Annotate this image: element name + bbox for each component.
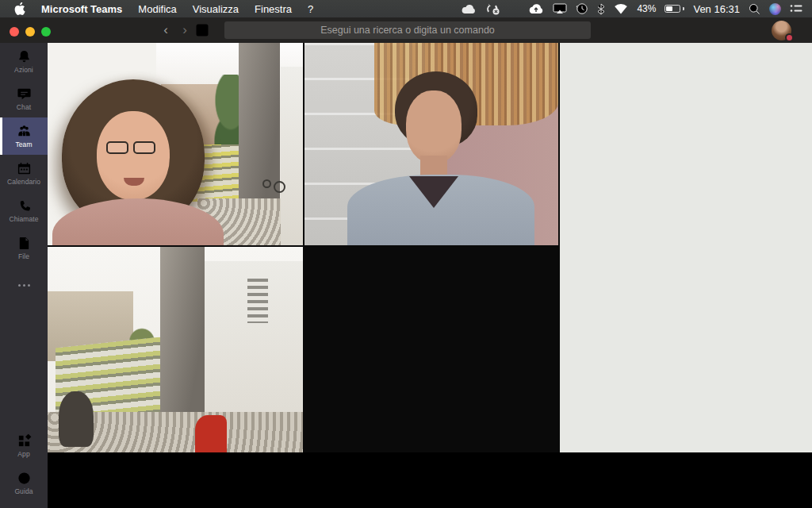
participant-face (97, 111, 170, 200)
more-dots-icon (18, 284, 30, 287)
background-seated-figure (59, 391, 94, 447)
battery-icon (665, 5, 684, 13)
sidebar-item-label: Guida (14, 487, 33, 495)
siri-icon[interactable] (769, 3, 781, 15)
menubar-clock[interactable]: Ven 16:31 (693, 3, 740, 15)
sidebar-item-chiamate[interactable]: Chiamate (0, 192, 48, 229)
sidebar-item-file[interactable]: File (0, 229, 48, 267)
participant-video-3[interactable] (48, 247, 303, 452)
file-icon (17, 236, 32, 251)
menu-finestra[interactable]: Finestra (255, 3, 292, 15)
menu-help[interactable]: ? (308, 3, 313, 15)
nav-forward-button[interactable]: › (178, 23, 192, 37)
help-icon (17, 471, 32, 486)
sidebar-item-label: App (17, 450, 29, 458)
teams-title-bar: ‹ › (0, 17, 812, 43)
battery-percent-label: 43% (637, 3, 656, 14)
time-machine-icon[interactable] (576, 2, 588, 15)
spotlight-search-icon[interactable] (749, 3, 760, 15)
chat-icon (17, 87, 32, 102)
macos-menu-bar: Microsoft Teams Modifica Visualizza Fine… (0, 0, 812, 17)
apps-icon (17, 433, 32, 448)
menu-modifica[interactable]: Modifica (138, 3, 176, 15)
new-chat-icon[interactable] (195, 23, 209, 37)
participant-hair (211, 310, 284, 379)
participant-video-2[interactable] (304, 43, 558, 245)
menu-app-name[interactable]: Microsoft Teams (41, 3, 122, 15)
sidebar-item-label: File (18, 252, 29, 260)
sidebar-item-azioni[interactable]: Azioni (0, 43, 48, 80)
sidebar-item-more[interactable] (0, 267, 48, 304)
app-rail-sidebar: Azioni Chat Team Calendario Chiamate Fil… (0, 43, 48, 508)
airplay-display-icon[interactable] (553, 3, 567, 14)
window-zoom-button[interactable] (41, 27, 51, 37)
background-bicycle (262, 179, 271, 188)
phone-icon (17, 198, 32, 214)
background-wall (281, 67, 303, 245)
sidebar-item-team[interactable]: Team (0, 117, 48, 155)
sync-status-icon[interactable] (485, 3, 500, 15)
nav-back-button[interactable]: ‹ (159, 23, 173, 37)
wifi-icon[interactable] (614, 4, 628, 14)
notification-center-icon[interactable] (790, 4, 802, 14)
sidebar-item-app[interactable]: App (0, 427, 48, 464)
participant-video-4[interactable] (304, 247, 558, 452)
participant-video-5[interactable] (560, 43, 812, 452)
menu-visualizza[interactable]: Visualizza (193, 3, 239, 15)
sidebar-item-label: Chiamate (9, 215, 38, 223)
sidebar-item-label: Team (15, 140, 32, 148)
user-avatar[interactable] (772, 21, 791, 40)
participant-video-1[interactable] (48, 43, 303, 245)
meeting-video-stage (48, 43, 812, 452)
presence-busy-badge (785, 33, 794, 42)
participant-figure (48, 65, 246, 245)
upload-cloud-icon[interactable] (528, 3, 544, 14)
sidebar-item-calendario[interactable]: Calendario (0, 155, 48, 192)
team-icon (17, 124, 32, 139)
sidebar-item-label: Chat (17, 103, 31, 111)
onedrive-cloud-icon[interactable] (462, 4, 477, 14)
participant-figure (352, 64, 527, 245)
participant-figure (182, 302, 303, 452)
window-close-button[interactable] (10, 27, 19, 37)
calendar-icon (17, 161, 32, 176)
window-minimize-button[interactable] (25, 27, 35, 37)
sidebar-item-label: Azioni (14, 66, 33, 74)
sidebar-item-label: Calendario (7, 178, 40, 186)
participant-glasses (106, 141, 162, 156)
bluetooth-icon[interactable] (597, 3, 605, 15)
command-search-input[interactable] (224, 21, 591, 39)
participant-face (406, 90, 462, 164)
apple-logo-icon[interactable] (14, 2, 25, 15)
bell-icon (17, 49, 32, 64)
sidebar-item-guida[interactable]: Guida (0, 464, 48, 502)
sidebar-item-chat[interactable]: Chat (0, 80, 48, 117)
